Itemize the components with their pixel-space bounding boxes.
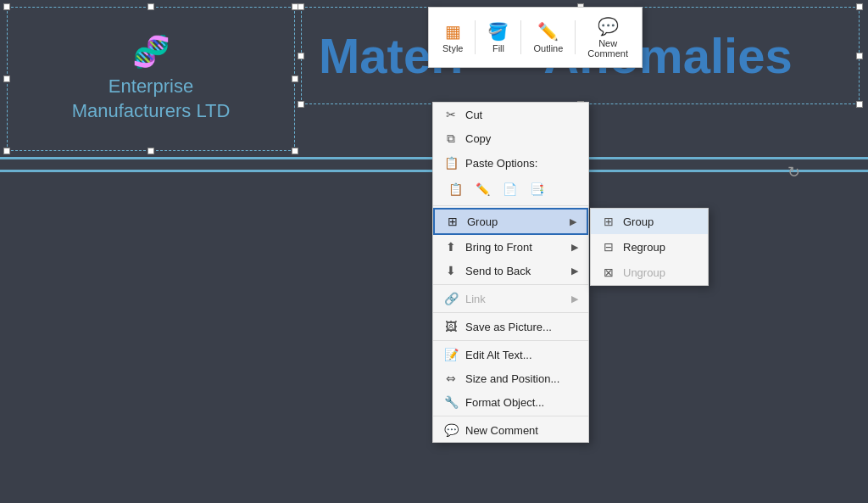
group-submenu-group[interactable]: ⊞ Group: [591, 209, 708, 234]
copy-menu-item[interactable]: ⧉ Copy: [433, 126, 588, 151]
format-object-menu-item[interactable]: 🔧 Format Object...: [433, 390, 588, 414]
save-as-picture-menu-item[interactable]: 🖼 Save as Picture...: [433, 315, 588, 338]
menu-separator-5: [433, 416, 588, 416]
copy-label: Copy: [465, 132, 491, 145]
send-to-back-icon: ⬇: [443, 264, 459, 277]
group-sub-label: Group: [623, 215, 654, 228]
toolbar-divider-3: [575, 20, 576, 54]
dna-icon: 🧬: [132, 34, 170, 70]
group-menu-item[interactable]: ⊞ Group ▶: [433, 208, 588, 235]
new-comment-label: New Comment: [587, 38, 628, 59]
fill-icon: 🪣: [487, 21, 509, 42]
paste-icons-row: 📋 ✏️ 📄 📑: [433, 175, 588, 204]
selection-handle[interactable]: [856, 3, 863, 10]
paste-options-menu-item: 📋 Paste Options:: [433, 151, 588, 175]
toolbar-divider-2: [520, 20, 521, 54]
outline-button[interactable]: ✏️ Outline: [528, 18, 568, 57]
paste-option-4[interactable]: 📑: [525, 178, 548, 200]
selection-handle[interactable]: [292, 75, 298, 82]
format-object-icon: 🔧: [443, 395, 459, 409]
menu-separator-4: [433, 340, 588, 341]
new-comment-menu-label: New Comment: [465, 424, 538, 437]
selection-handle[interactable]: [298, 3, 304, 10]
ungroup-icon: ⊠: [601, 265, 616, 279]
rotate-handle[interactable]: ↻: [787, 163, 800, 182]
group-label: Group: [467, 215, 498, 228]
company-name: Enterprise Manufacturers LTD: [72, 75, 231, 123]
fill-label: Fill: [492, 43, 504, 53]
link-label: Link: [465, 293, 486, 305]
regroup-icon: ⊟: [601, 240, 616, 254]
selection-handle[interactable]: [3, 148, 10, 154]
paste-option-2[interactable]: ✏️: [470, 178, 494, 200]
new-comment-icon: 💬: [598, 16, 619, 36]
group-icon: ⊞: [445, 215, 460, 228]
bring-to-front-menu-item[interactable]: ⬆ Bring to Front ▶: [433, 235, 588, 259]
cut-icon: ✂: [443, 108, 459, 121]
send-to-back-label: Send to Back: [465, 265, 531, 277]
selection-handle[interactable]: [856, 101, 863, 108]
new-comment-menu-item[interactable]: 💬 New Comment: [433, 418, 588, 442]
edit-alt-text-icon: 📝: [443, 348, 459, 361]
paste-option-3[interactable]: 📄: [498, 178, 521, 200]
regroup-label: Regroup: [623, 241, 665, 254]
group-arrow: ▶: [570, 216, 576, 227]
outline-icon: ✏️: [537, 21, 559, 42]
toolbar-popup: ▦ Style 🪣 Fill ✏️ Outline 💬 New Comment: [428, 7, 643, 68]
selection-handle[interactable]: [292, 148, 298, 154]
bring-to-front-arrow: ▶: [571, 242, 578, 253]
new-comment-menu-icon: 💬: [443, 423, 459, 437]
menu-separator-2: [433, 284, 588, 285]
cut-label: Cut: [465, 109, 482, 121]
copy-icon: ⧉: [443, 131, 459, 146]
size-and-position-label: Size and Position...: [465, 372, 559, 385]
send-to-back-arrow: ▶: [571, 265, 578, 277]
send-to-back-menu-item[interactable]: ⬇ Send to Back ▶: [433, 259, 588, 282]
fill-button[interactable]: 🪣 Fill: [482, 18, 514, 57]
selection-handle[interactable]: [3, 3, 10, 10]
menu-separator-3: [433, 312, 588, 313]
paste-option-1[interactable]: 📋: [443, 178, 467, 200]
save-as-picture-label: Save as Picture...: [465, 321, 552, 333]
new-comment-toolbar-button[interactable]: 💬 New Comment: [582, 13, 633, 62]
paste-options-label: Paste Options:: [465, 157, 537, 170]
style-button[interactable]: ▦ Style: [437, 18, 468, 57]
group-submenu-regroup[interactable]: ⊟ Regroup: [591, 234, 708, 260]
cut-menu-item[interactable]: ✂ Cut: [433, 103, 588, 126]
size-position-icon: ⇔: [443, 372, 459, 385]
bring-to-front-label: Bring to Front: [465, 241, 532, 254]
outline-label: Outline: [533, 43, 563, 53]
selection-handle[interactable]: [298, 101, 304, 108]
logo-box: 🧬 Enterprise Manufacturers LTD: [7, 7, 295, 151]
selection-handle[interactable]: [147, 3, 154, 10]
selection-handle[interactable]: [298, 53, 304, 59]
link-arrow: ▶: [571, 293, 578, 305]
ungroup-label: Ungroup: [623, 266, 665, 279]
style-label: Style: [442, 43, 463, 53]
bring-to-front-icon: ⬆: [443, 240, 459, 254]
selection-handle[interactable]: [3, 75, 10, 82]
group-submenu-ungroup[interactable]: ⊠ Ungroup: [591, 260, 708, 285]
selection-handle[interactable]: [147, 148, 154, 154]
save-as-picture-icon: 🖼: [443, 320, 459, 333]
menu-separator-1: [433, 205, 588, 206]
style-icon: ▦: [445, 21, 461, 42]
selection-handle[interactable]: [856, 53, 863, 59]
edit-alt-text-menu-item[interactable]: 📝 Edit Alt Text...: [433, 343, 588, 366]
size-and-position-menu-item[interactable]: ⇔ Size and Position...: [433, 366, 588, 390]
toolbar-divider: [475, 20, 476, 54]
link-menu-item[interactable]: 🔗 Link ▶: [433, 287, 588, 310]
group-submenu-container: ⊞ Group ▶ ⊞ Group ⊟ Regroup ⊠ Ungroup: [433, 208, 588, 235]
group-sub-icon: ⊞: [601, 215, 616, 228]
group-submenu: ⊞ Group ⊟ Regroup ⊠ Ungroup: [590, 208, 709, 286]
paste-icon: 📋: [443, 156, 459, 170]
format-object-label: Format Object...: [465, 396, 544, 409]
edit-alt-text-label: Edit Alt Text...: [465, 349, 532, 361]
link-icon: 🔗: [443, 292, 459, 305]
slide-area: 🧬 Enterprise Manufacturers LTD Materi An…: [0, 0, 868, 503]
context-menu: ✂ Cut ⧉ Copy 📋 Paste Options: 📋 ✏️ 📄 📑 ⊞…: [432, 102, 589, 443]
